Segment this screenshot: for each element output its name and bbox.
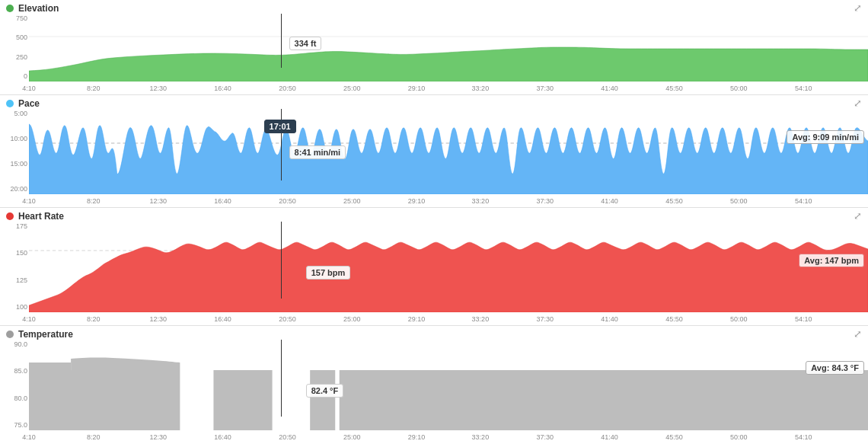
hr-x-5: 25:00: [343, 315, 361, 323]
elevation-header: Elevation ⤢: [0, 0, 868, 14]
temperature-title: Temperature: [18, 329, 73, 340]
hr-x-axis: 4:10 8:20 12:30 16:40 20:50 25:00 29:10 …: [29, 312, 868, 326]
elevation-x-7: 33:20: [472, 85, 490, 92]
hr-x-0: 4:10: [22, 315, 36, 323]
hr-y-1: 150: [2, 250, 27, 257]
pace-y-0: 5:00: [2, 110, 27, 117]
temp-x-9: 41:40: [601, 433, 618, 441]
temp-x-1: 8:20: [87, 433, 101, 441]
hr-y-3: 100: [2, 304, 27, 311]
temp-y-1: 85.0: [2, 368, 27, 375]
heart-rate-expand-icon[interactable]: ⤢: [854, 210, 862, 222]
temp-x-8: 37:30: [536, 433, 554, 441]
pace-x-1: 8:20: [87, 197, 101, 205]
temp-x-6: 29:10: [408, 433, 426, 441]
chart-container: Elevation ⤢ 750 500 250 0: [0, 0, 868, 444]
pace-y-1: 10:00: [2, 136, 27, 142]
pace-panel: Pace ⤢ 5:00 10:00 15:00 20:00: [0, 95, 868, 208]
temperature-body: 90.0 85.0 80.0 75.0: [0, 340, 868, 444]
hr-x-1: 8:20: [87, 315, 101, 323]
elevation-x-6: 29:10: [408, 85, 426, 92]
heart-rate-title: Heart Rate: [18, 211, 64, 222]
pace-x-7: 33:20: [472, 197, 490, 205]
pace-x-11: 50:00: [730, 197, 748, 205]
temperature-y-axis: 90.0 85.0 80.0 75.0: [0, 340, 29, 430]
pace-x-5: 25:00: [343, 197, 361, 205]
pace-x-2: 12:30: [149, 197, 167, 205]
elevation-x-1: 8:20: [87, 85, 101, 92]
elevation-expand-icon[interactable]: ⤢: [854, 2, 862, 14]
temp-x-5: 25:00: [343, 433, 361, 441]
elevation-y-750: 750: [2, 15, 27, 22]
temp-x-12: 54:10: [795, 433, 812, 441]
temperature-header: Temperature ⤢: [0, 326, 868, 340]
pace-dot: [6, 100, 14, 107]
pace-title: Pace: [18, 98, 40, 109]
pace-x-0: 4:10: [22, 197, 36, 205]
pace-header: Pace ⤢: [0, 95, 868, 109]
temperature-dot: [6, 331, 14, 338]
hr-y-0: 175: [2, 223, 27, 230]
hr-x-3: 16:40: [214, 315, 231, 323]
pace-x-4: 20:50: [279, 197, 296, 205]
temp-y-0: 90.0: [2, 341, 27, 348]
temp-x-0: 4:10: [22, 433, 36, 441]
temp-x-11: 50:00: [730, 433, 748, 441]
elevation-dot: [6, 5, 14, 12]
temp-x-7: 33:20: [472, 433, 490, 441]
hr-x-8: 37:30: [536, 315, 554, 323]
hr-x-7: 33:20: [472, 315, 490, 323]
pace-svg-wrapper: 17:01 8:41 min/mi Avg: 9:09 min/mi: [29, 109, 868, 194]
heart-rate-dot: [6, 212, 14, 220]
temperature-panel: Temperature ⤢ 90.0 85.0 80.0 75.0: [0, 326, 868, 444]
pace-y-axis: 5:00 10:00 15:00 20:00: [0, 109, 29, 194]
heart-rate-y-axis: 175 150 125 100: [0, 222, 29, 312]
heart-rate-panel: Heart Rate ⤢ 175 150 125 100: [0, 208, 868, 326]
temperature-svg-wrapper: 82.4 °F Avg: 84.3 °F: [29, 340, 868, 430]
pace-x-12: 54:10: [795, 197, 812, 205]
temperature-expand-icon[interactable]: ⤢: [854, 328, 862, 340]
temp-x-10: 45:50: [665, 433, 683, 441]
hr-x-6: 29:10: [408, 315, 426, 323]
hr-x-12: 54:10: [795, 315, 812, 323]
hr-x-10: 45:50: [665, 315, 683, 323]
elevation-panel: Elevation ⤢ 750 500 250 0: [0, 0, 868, 95]
elevation-y-250: 250: [2, 54, 27, 61]
temp-x-4: 20:50: [279, 433, 296, 441]
pace-y-3: 20:00: [2, 186, 27, 193]
pace-x-3: 16:40: [214, 197, 231, 205]
heart-rate-body: 175 150 125 100 157 bpm: [0, 222, 868, 326]
pace-x-6: 29:10: [408, 197, 426, 205]
elevation-x-11: 50:00: [730, 85, 748, 92]
heart-rate-header: Heart Rate ⤢: [0, 208, 868, 222]
pace-x-axis: 4:10 8:20 12:30 16:40 20:50 25:00 29:10 …: [29, 194, 868, 208]
elevation-y-axis: 750 500 250 0: [0, 14, 29, 81]
pace-x-8: 37:30: [536, 197, 554, 205]
temp-x-2: 12:30: [149, 433, 167, 441]
temp-y-3: 75.0: [2, 422, 27, 429]
elevation-x-8: 37:30: [536, 85, 554, 92]
elevation-x-12: 54:10: [795, 85, 812, 92]
elevation-title: Elevation: [18, 3, 59, 14]
hr-x-9: 41:40: [601, 315, 618, 323]
temp-y-2: 80.0: [2, 395, 27, 402]
elevation-body: 750 500 250 0 334 ft: [0, 14, 868, 95]
elevation-x-3: 16:40: [214, 85, 231, 92]
temp-x-3: 16:40: [214, 433, 231, 441]
elevation-x-4: 20:50: [279, 85, 296, 92]
elevation-x-axis: 4:10 8:20 12:30 16:40 20:50 25:00 29:10 …: [29, 81, 868, 95]
pace-expand-icon[interactable]: ⤢: [854, 97, 862, 109]
hr-y-2: 125: [2, 277, 27, 284]
hr-x-4: 20:50: [279, 315, 296, 323]
elevation-x-10: 45:50: [665, 85, 683, 92]
heart-rate-svg-wrapper: 157 bpm Avg: 147 bpm: [29, 222, 868, 312]
hr-x-11: 50:00: [730, 315, 748, 323]
pace-body: 5:00 10:00 15:00 20:00 17:01: [0, 109, 868, 208]
hr-x-2: 12:30: [149, 315, 167, 323]
elevation-x-2: 12:30: [149, 85, 167, 92]
elevation-x-5: 25:00: [343, 85, 361, 92]
elevation-x-0: 4:10: [22, 85, 36, 92]
temp-x-axis: 4:10 8:20 12:30 16:40 20:50 25:00 29:10 …: [29, 430, 868, 444]
pace-x-9: 41:40: [601, 197, 618, 205]
pace-y-2: 15:00: [2, 161, 27, 168]
